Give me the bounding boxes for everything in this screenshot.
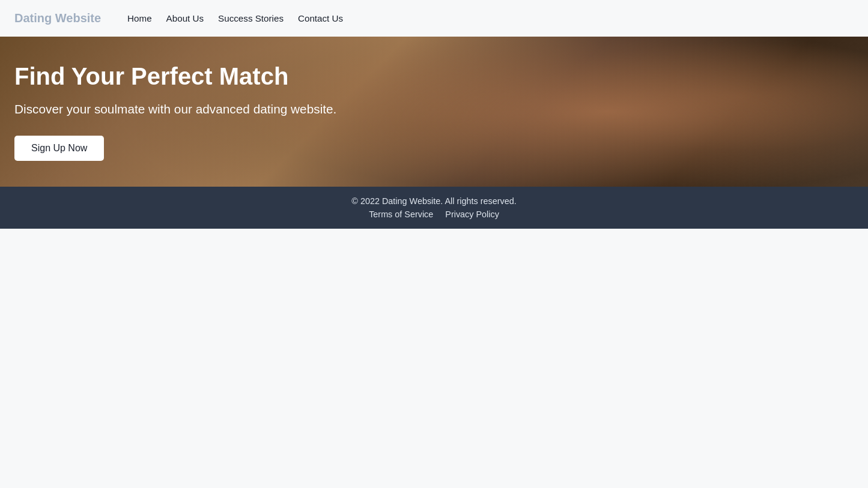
signup-button[interactable]: Sign Up Now	[14, 136, 104, 161]
nav-item-contact[interactable]: Contact Us	[291, 11, 350, 26]
nav-link-contact[interactable]: Contact Us	[291, 11, 350, 26]
main-nav: Dating Website Home About Us Success Sto…	[0, 0, 868, 37]
nav-link-home[interactable]: Home	[120, 11, 159, 26]
footer-copyright: © 2022 Dating Website. All rights reserv…	[14, 196, 854, 206]
hero-content: Find Your Perfect Match Discover your so…	[0, 39, 351, 185]
hero-title: Find Your Perfect Match	[14, 63, 336, 90]
footer-link-privacy[interactable]: Privacy Policy	[445, 209, 499, 219]
footer-link-terms[interactable]: Terms of Service	[369, 209, 433, 219]
site-footer: © 2022 Dating Website. All rights reserv…	[0, 187, 868, 229]
nav-links: Home About Us Success Stories Contact Us	[120, 11, 350, 26]
footer-links: Terms of Service Privacy Policy	[14, 209, 854, 219]
nav-item-home[interactable]: Home	[120, 11, 159, 26]
nav-link-success[interactable]: Success Stories	[211, 11, 291, 26]
hero-section: Find Your Perfect Match Discover your so…	[0, 37, 868, 187]
nav-item-success[interactable]: Success Stories	[211, 11, 291, 26]
site-logo: Dating Website	[14, 11, 101, 25]
hero-subtitle: Discover your soulmate with our advanced…	[14, 102, 336, 116]
nav-item-about[interactable]: About Us	[159, 11, 211, 26]
nav-link-about[interactable]: About Us	[159, 11, 211, 26]
